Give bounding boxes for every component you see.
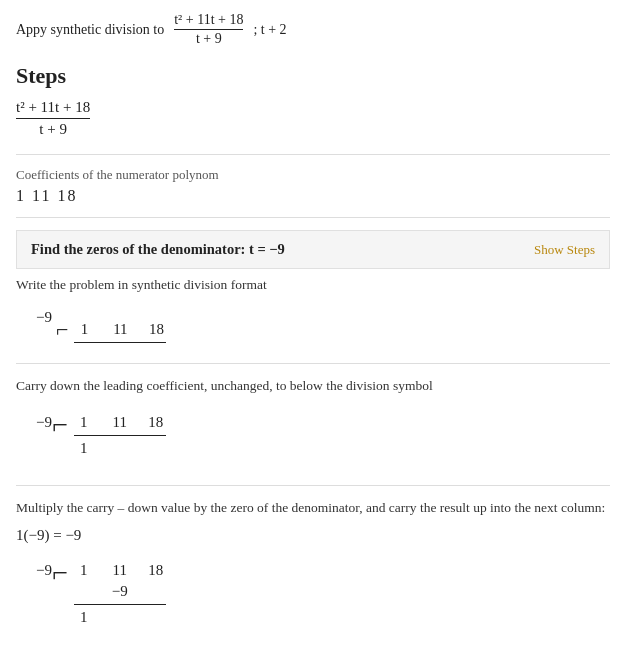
write-cell-3: 18 <box>146 321 166 338</box>
carry-bottom-2 <box>110 440 130 457</box>
multiply-cell-2-2: −9 <box>110 583 130 600</box>
divider-3 <box>16 363 610 364</box>
divider-1 <box>16 154 610 155</box>
write-section-text: Write the problem in synthetic division … <box>16 277 610 293</box>
divider-4 <box>16 485 610 486</box>
write-cell-2: 11 <box>110 321 130 338</box>
highlight-box: Find the zeros of the denominator: t = −… <box>16 230 610 269</box>
write-synth-table: −9 x ⌐ 1 11 18 <box>36 309 166 343</box>
multiply-cell-1-2: 11 <box>110 562 130 579</box>
coeff-label: Coefficients of the numerator polynom <box>16 167 610 183</box>
carry-bottom-3 <box>146 440 166 457</box>
write-nums: 1 11 18 <box>74 319 166 343</box>
carry-bottom-row: 1 <box>74 438 166 459</box>
intro-suffix: ; t + 2 <box>253 22 286 38</box>
intro-prefix: Appy synthetic division to <box>16 22 164 38</box>
multiply-divisor: −9 <box>36 562 52 579</box>
divider-2 <box>16 217 610 218</box>
coeff-values: 1 11 18 <box>16 187 610 205</box>
multiply-pipe: ⌐ <box>52 558 68 589</box>
multiply-num-row2: −9 <box>74 581 166 602</box>
write-divisor: −9 <box>36 309 52 328</box>
multiply-equation: 1(−9) = −9 <box>16 527 610 544</box>
steps-heading: Steps <box>16 63 610 89</box>
highlight-box-text: Find the zeros of the denominator: t = −… <box>31 241 285 258</box>
multiply-nums: 1 11 18 −9 1 <box>74 560 166 628</box>
multiply-bottom-row: 1 <box>74 607 166 628</box>
carry-section-text: Carry down the leading coefficient, unch… <box>16 376 610 396</box>
write-section: Write the problem in synthetic division … <box>16 277 610 351</box>
big-fraction-numer: t² + 11t + 18 <box>16 99 90 119</box>
carry-cell-1-2: 11 <box>110 414 130 431</box>
coeff-section: Coefficients of the numerator polynom 1 … <box>16 167 610 205</box>
carry-cell-1-1: 1 <box>74 414 94 431</box>
write-cell-1: 1 <box>74 321 94 338</box>
carry-cell-1-3: 18 <box>146 414 166 431</box>
carry-synth-table: −9 x x ⌐ 1 11 18 1 <box>36 412 166 465</box>
carry-pipe: ⌐ <box>52 410 68 441</box>
show-steps-button[interactable]: Show Steps <box>534 242 595 258</box>
multiply-cell-1-3: 18 <box>146 562 166 579</box>
multiply-section-text: Multiply the carry – down value by the z… <box>16 498 610 518</box>
multiply-bottom-3 <box>146 609 166 626</box>
intro-fraction: t² + 11t + 18 t + 9 <box>174 12 243 47</box>
carry-bottom-1: 1 <box>74 440 94 457</box>
carry-num-row1: 1 11 18 <box>74 412 166 433</box>
carry-section: Carry down the leading coefficient, unch… <box>16 376 610 473</box>
intro-fraction-numer: t² + 11t + 18 <box>174 12 243 30</box>
multiply-synth-table: −9 x x x ⌐ 1 11 18 −9 1 <box>36 560 166 630</box>
carry-nums: 1 11 18 1 <box>74 412 166 459</box>
multiply-cell-2-1 <box>74 583 94 600</box>
write-num-row1: 1 11 18 <box>74 319 166 340</box>
big-fraction-denom: t + 9 <box>39 119 67 138</box>
write-underline <box>74 342 166 343</box>
carry-underline <box>74 435 166 436</box>
carry-divisor: −9 <box>36 414 52 431</box>
intro-fraction-denom: t + 9 <box>196 30 222 47</box>
multiply-cell-2-3 <box>146 583 166 600</box>
multiply-section: Multiply the carry – down value by the z… <box>16 498 610 637</box>
multiply-num-row1: 1 11 18 <box>74 560 166 581</box>
multiply-cell-1-1: 1 <box>74 562 94 579</box>
multiply-bottom-2 <box>110 609 130 626</box>
multiply-underline <box>74 604 166 605</box>
multiply-bottom-1: 1 <box>74 609 94 626</box>
write-pipe: ⌐ <box>56 319 68 341</box>
intro-line: Appy synthetic division to t² + 11t + 18… <box>16 12 610 47</box>
big-fraction: t² + 11t + 18 t + 9 <box>16 99 90 138</box>
